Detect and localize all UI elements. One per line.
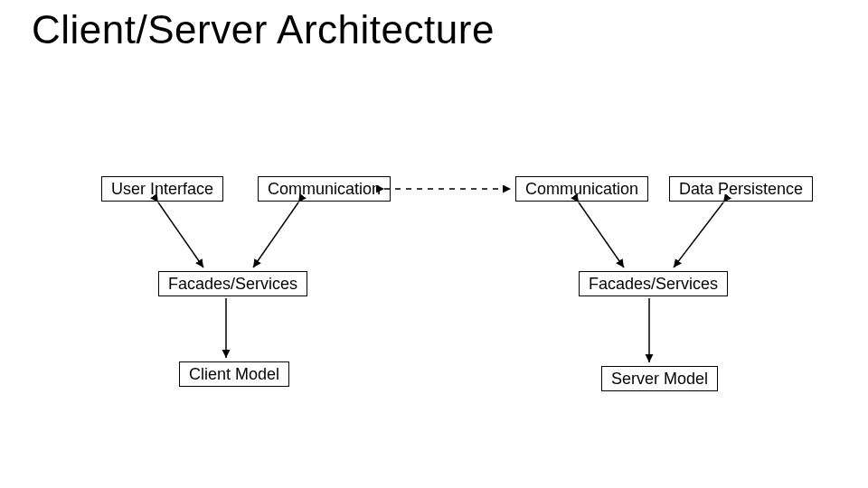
arrow-ui-to-facades-left (158, 202, 203, 267)
box-client-model: Client Model (179, 361, 289, 387)
box-communication-right: Communication (515, 176, 648, 202)
arrow-comm-left-to-facades-left (253, 202, 298, 267)
box-communication-left: Communication (258, 176, 391, 202)
arrows-layer (0, 0, 868, 488)
box-user-interface: User Interface (101, 176, 223, 202)
page-title: Client/Server Architecture (32, 7, 495, 52)
box-server-model: Server Model (601, 366, 718, 391)
slide: Client/Server Architecture User Interfac… (0, 0, 868, 488)
arrow-comm-right-to-facades-right (579, 202, 624, 267)
arrow-data-persistence-to-facades-right (674, 202, 723, 267)
box-data-persistence: Data Persistence (669, 176, 813, 202)
box-facades-services-left: Facades/Services (158, 271, 307, 296)
box-facades-services-right: Facades/Services (579, 271, 728, 296)
